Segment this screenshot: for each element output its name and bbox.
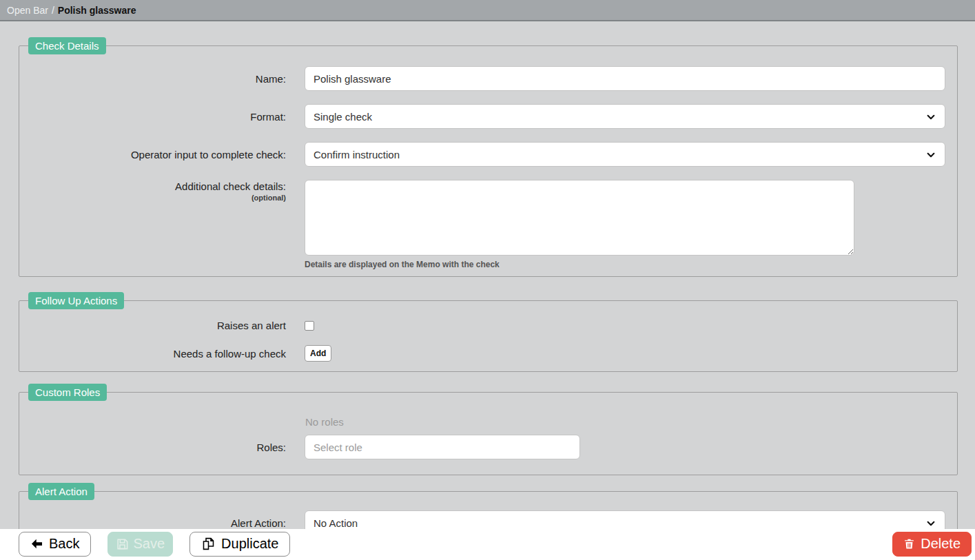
duplicate-button-label: Duplicate bbox=[221, 536, 278, 552]
add-follow-up-button[interactable]: Add bbox=[305, 345, 331, 362]
follow-up-actions-section: Follow Up Actions Raises an alert Needs … bbox=[19, 292, 958, 372]
breadcrumb-current: Polish glassware bbox=[58, 5, 136, 16]
follow-up-actions-legend: Follow Up Actions bbox=[28, 292, 124, 309]
delete-button[interactable]: Delete bbox=[892, 532, 972, 557]
raises-alert-row: Raises an alert bbox=[19, 319, 957, 332]
breadcrumb-parent-link[interactable]: Open Bar bbox=[7, 5, 48, 16]
follow-up-check-row: Needs a follow-up check Add bbox=[19, 345, 957, 362]
follow-up-check-label: Needs a follow-up check bbox=[19, 347, 286, 360]
chevron-down-icon bbox=[926, 112, 936, 122]
back-button[interactable]: Back bbox=[19, 532, 91, 557]
raises-alert-checkbox[interactable] bbox=[305, 321, 314, 331]
roles-label: Roles: bbox=[19, 441, 286, 454]
chevron-down-icon bbox=[926, 150, 936, 160]
name-input[interactable] bbox=[305, 66, 945, 91]
operator-input-label: Operator input to complete check: bbox=[19, 148, 286, 161]
delete-button-label: Delete bbox=[921, 536, 961, 552]
alert-action-select-value: No Action bbox=[314, 517, 358, 529]
footer-action-bar: Back Save Duplicate Delete bbox=[0, 529, 975, 560]
back-button-label: Back bbox=[49, 536, 79, 552]
check-details-legend: Check Details bbox=[28, 37, 106, 54]
breadcrumb: Open Bar / Polish glassware bbox=[0, 0, 975, 21]
raises-alert-label: Raises an alert bbox=[19, 319, 286, 332]
details-helper-text: Details are displayed on the Memo with t… bbox=[305, 260, 957, 269]
breadcrumb-separator: / bbox=[52, 5, 54, 16]
duplicate-button[interactable]: Duplicate bbox=[189, 532, 290, 557]
format-label: Format: bbox=[19, 110, 286, 123]
custom-roles-legend: Custom Roles bbox=[28, 384, 107, 401]
duplicate-icon bbox=[201, 537, 216, 551]
name-row: Name: bbox=[19, 66, 957, 91]
additional-details-textarea[interactable] bbox=[305, 180, 854, 256]
operator-input-select-value: Confirm instruction bbox=[314, 149, 400, 160]
operator-input-select[interactable]: Confirm instruction bbox=[305, 142, 945, 167]
optional-hint: (optional) bbox=[19, 193, 286, 203]
name-label: Name: bbox=[19, 72, 286, 85]
format-select[interactable]: Single check bbox=[305, 104, 945, 129]
format-select-value: Single check bbox=[314, 111, 372, 123]
alert-action-label: Alert Action: bbox=[19, 517, 286, 530]
roles-row: Roles: bbox=[19, 435, 957, 459]
alert-action-legend: Alert Action bbox=[28, 483, 94, 500]
additional-details-row: Additional check details: (optional) bbox=[19, 180, 957, 256]
save-icon bbox=[116, 537, 129, 550]
additional-details-label: Additional check details: (optional) bbox=[19, 180, 286, 203]
save-button[interactable]: Save bbox=[107, 532, 173, 557]
format-row: Format: Single check bbox=[19, 104, 957, 129]
chevron-down-icon bbox=[926, 519, 936, 528]
roles-select-input[interactable] bbox=[305, 435, 580, 459]
arrow-left-icon bbox=[30, 537, 43, 550]
save-button-label: Save bbox=[133, 536, 165, 552]
custom-roles-section: Custom Roles No roles Roles: bbox=[19, 384, 958, 475]
trash-icon bbox=[903, 538, 915, 550]
no-roles-text: No roles bbox=[305, 416, 957, 428]
check-details-section: Check Details Name: Format: Single check… bbox=[19, 37, 958, 277]
operator-input-row: Operator input to complete check: Confir… bbox=[19, 142, 957, 167]
